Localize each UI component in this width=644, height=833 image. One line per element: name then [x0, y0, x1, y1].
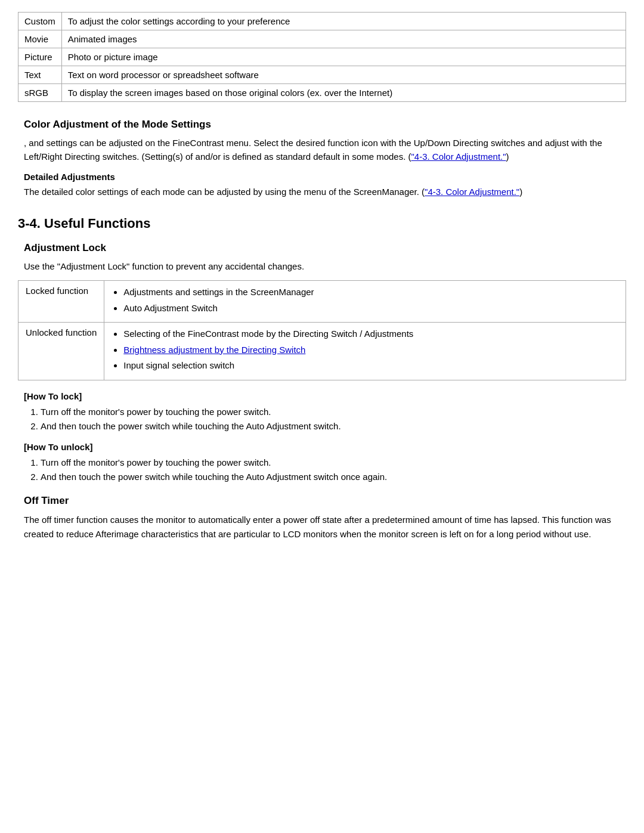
mode-description: Photo or picture image [61, 48, 626, 66]
mode-label: Text [18, 66, 62, 84]
locked-item: Auto Adjustment Switch [123, 302, 618, 315]
useful-functions-heading: 3-4. Useful Functions [18, 216, 626, 231]
locked-function-items: Adjustments and settings in the ScreenMa… [104, 281, 626, 323]
mode-description: To display the screen images based on th… [61, 84, 626, 102]
unlocked-function-items: Selecting of the FineContrast mode by th… [104, 323, 626, 380]
adjustment-lock-intro: Use the "Adjustment Lock" function to pr… [18, 260, 626, 274]
mode-table-row: PicturePhoto or picture image [18, 48, 626, 66]
mode-table-row: sRGBTo display the screen images based o… [18, 84, 626, 102]
lock-step: And then touch the power switch while to… [41, 419, 626, 433]
mode-table-row: TextText on word processor or spreadshee… [18, 66, 626, 84]
unlocked-item: Input signal selection switch [123, 359, 618, 373]
locked-item: Adjustments and settings in the ScreenMa… [123, 286, 618, 299]
how-to-unlock: [How To unlock] Turn off the monitor's p… [18, 442, 626, 484]
unlocked-function-label: Unlocked function [18, 323, 104, 380]
lock-table: Locked function Adjustments and settings… [18, 280, 626, 380]
how-to-unlock-steps: Turn off the monitor's power by touching… [24, 456, 626, 484]
lock-step: Turn off the monitor's power by touching… [41, 405, 626, 419]
mode-table: CustomTo adjust the color settings accor… [18, 12, 626, 102]
how-to-lock-title: [How To lock] [24, 391, 626, 401]
unlocked-item: Brightness adjustment by the Directing S… [123, 343, 618, 357]
brightness-adjustment-link[interactable]: Brightness adjustment by the Directing S… [123, 345, 305, 355]
unlocked-function-row: Unlocked function Selecting of the FineC… [18, 323, 626, 380]
mode-label: Custom [18, 13, 62, 30]
color-adjustment-body: , and settings can be adjusted on the Fi… [18, 137, 626, 163]
mode-description: Animated images [61, 30, 626, 48]
mode-table-row: MovieAnimated images [18, 30, 626, 48]
adjustment-lock-heading: Adjustment Lock [18, 242, 626, 254]
mode-label: Movie [18, 30, 62, 48]
color-adjustment-link[interactable]: "4-3. Color Adjustment." [411, 151, 506, 162]
how-to-unlock-title: [How To unlock] [24, 442, 626, 452]
off-timer-heading: Off Timer [18, 495, 626, 507]
mode-description: Text on word processor or spreadsheet so… [61, 66, 626, 84]
mode-table-row: CustomTo adjust the color settings accor… [18, 13, 626, 30]
locked-function-row: Locked function Adjustments and settings… [18, 281, 626, 323]
how-to-lock-steps: Turn off the monitor's power by touching… [24, 405, 626, 433]
unlock-step: Turn off the monitor's power by touching… [41, 456, 626, 470]
detailed-adjustments-body: The detailed color settings of each mode… [18, 185, 626, 199]
mode-label: Picture [18, 48, 62, 66]
mode-description: To adjust the color settings according t… [61, 13, 626, 30]
off-timer-body: The off timer function causes the monito… [18, 513, 626, 541]
unlock-step: And then touch the power switch while to… [41, 470, 626, 484]
detailed-adjustments-heading: Detailed Adjustments [18, 172, 626, 182]
mode-label: sRGB [18, 84, 62, 102]
locked-function-label: Locked function [18, 281, 104, 323]
how-to-lock: [How To lock] Turn off the monitor's pow… [18, 391, 626, 433]
unlocked-item: Selecting of the FineContrast mode by th… [123, 327, 618, 341]
color-adjustment-heading: Color Adjustment of the Mode Settings [18, 119, 626, 131]
detailed-adjustment-link[interactable]: "4-3. Color Adjustment." [425, 187, 519, 197]
